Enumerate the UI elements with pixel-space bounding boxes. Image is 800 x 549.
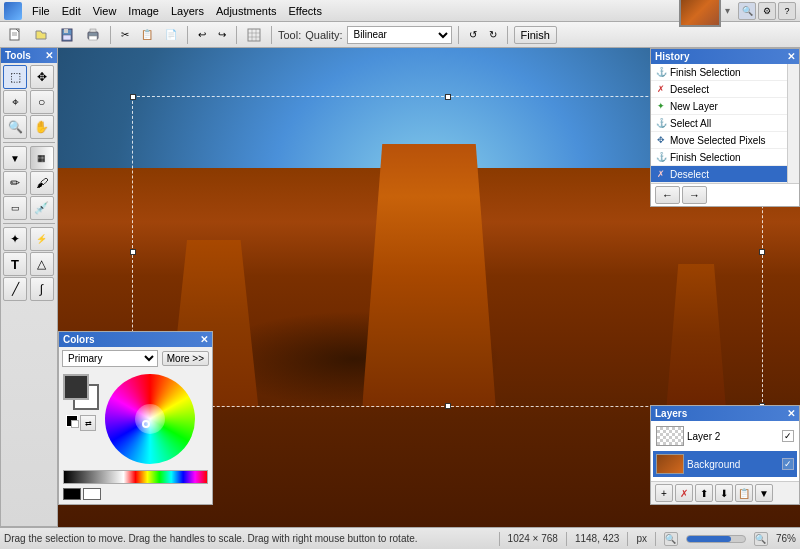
layer-item-0[interactable]: Layer 2 ✓ [653, 423, 797, 449]
tool-clone-stamp[interactable]: ✦ [3, 227, 27, 251]
reset-colors-button[interactable] [66, 415, 78, 427]
toolbar-copy[interactable]: 📋 [137, 27, 157, 42]
toolbar-open[interactable] [30, 26, 52, 44]
layers-delete-button[interactable]: ✗ [675, 484, 693, 502]
tool-gradient[interactable]: ▦ [30, 146, 54, 170]
tools-separator-1 [3, 142, 55, 143]
toolbar-redo[interactable]: ↪ [214, 27, 230, 42]
history-redo-button[interactable]: → [682, 186, 707, 204]
history-item-1[interactable]: ✗ Deselect [651, 81, 787, 98]
toolbar-sep-3 [236, 26, 237, 44]
menu-file[interactable]: File [26, 3, 56, 19]
history-icon-4: ✥ [655, 134, 667, 146]
menu-layers[interactable]: Layers [165, 3, 210, 19]
tool-paint-bucket[interactable]: ▼ [3, 146, 27, 170]
tools-grid: ⬚ ✥ ⌖ ○ 🔍 ✋ ▼ ▦ ✏ 🖌 ▭ 💉 ✦ ⚡ T △ ╱ ∫ [1, 63, 57, 303]
tool-lasso[interactable]: ⌖ [3, 90, 27, 114]
tool-move[interactable]: ✥ [30, 65, 54, 89]
history-undo-button[interactable]: ← [655, 186, 680, 204]
history-item-label-3: Select All [670, 118, 711, 129]
white-swatch[interactable] [83, 488, 101, 500]
history-icon-2: ✦ [655, 100, 667, 112]
window-settings-icon[interactable]: ⚙ [758, 2, 776, 20]
menu-effects[interactable]: Effects [283, 3, 328, 19]
tool-recolor[interactable]: ⚡ [30, 227, 54, 251]
layers-add-button[interactable]: + [655, 484, 673, 502]
toolbar-paste[interactable]: 📄 [161, 27, 181, 42]
svg-rect-9 [248, 29, 260, 41]
menu-image[interactable]: Image [122, 3, 165, 19]
tool-ellipse[interactable]: ○ [30, 90, 54, 114]
history-item-2[interactable]: ✦ New Layer [651, 98, 787, 115]
toolbar-print[interactable] [82, 26, 104, 44]
colors-panel: Colors ✕ Primary Secondary More >> ⇄ [58, 331, 213, 505]
tools-panel-header: Tools ✕ [1, 48, 57, 63]
quality-select[interactable]: Bilinear Nearest Neighbor Bicubic [347, 26, 452, 44]
history-close-button[interactable]: ✕ [787, 51, 795, 62]
layer-visible-1[interactable]: ✓ [782, 458, 794, 470]
foreground-color-swatch[interactable] [63, 374, 89, 400]
tool-rectangle-select[interactable]: ⬚ [3, 65, 27, 89]
color-wheel[interactable] [105, 374, 195, 464]
zoom-in-button[interactable]: 🔍 [754, 532, 768, 546]
history-title: History [655, 51, 689, 62]
layer-visible-0[interactable]: ✓ [782, 430, 794, 442]
toolbar-new[interactable] [4, 26, 26, 44]
history-icon-3: ⚓ [655, 117, 667, 129]
tool-pencil[interactable]: ✏ [3, 171, 27, 195]
layers-merge-button[interactable]: ▼ [755, 484, 773, 502]
toolbar-cut[interactable]: ✂ [117, 27, 133, 42]
menu-adjustments[interactable]: Adjustments [210, 3, 283, 19]
toolbar-undo[interactable]: ↩ [194, 27, 210, 42]
colors-title: Colors [63, 334, 95, 345]
layer-name-1: Background [687, 459, 779, 470]
history-item-3[interactable]: ⚓ Select All [651, 115, 787, 132]
color-spectrum-strip[interactable] [63, 470, 208, 484]
zoom-out-button[interactable]: 🔍 [664, 532, 678, 546]
history-item[interactable]: ⚓ Finish Selection [651, 64, 787, 81]
tool-pan[interactable]: ✋ [30, 115, 54, 139]
window-help-icon[interactable]: ? [778, 2, 796, 20]
toolbar-grid[interactable] [243, 26, 265, 44]
image-center-butte [362, 144, 496, 407]
tool-shapes[interactable]: △ [30, 252, 54, 276]
status-sep-1 [499, 532, 500, 546]
colors-toolbar: Primary Secondary More >> [59, 347, 212, 370]
status-dimensions: 1024 × 768 [508, 533, 558, 544]
menu-view[interactable]: View [87, 3, 123, 19]
swap-colors-button[interactable]: ⇄ [80, 415, 96, 431]
tools-title: Tools [5, 50, 31, 61]
toolbar-finish-button[interactable]: Finish [514, 26, 557, 44]
tool-color-picker[interactable]: 💉 [30, 196, 54, 220]
toolbar-rotate-ccw[interactable]: ↺ [465, 27, 481, 42]
tool-line[interactable]: ╱ [3, 277, 27, 301]
history-item-6[interactable]: ✗ Deselect [651, 166, 787, 183]
tool-eraser[interactable]: ▭ [3, 196, 27, 220]
toolbar-save[interactable] [56, 26, 78, 44]
history-item-4[interactable]: ✥ Move Selected Pixels [651, 132, 787, 149]
tool-curve[interactable]: ∫ [30, 277, 54, 301]
black-swatch[interactable] [63, 488, 81, 500]
tool-zoom[interactable]: 🔍 [3, 115, 27, 139]
zoom-slider[interactable] [686, 535, 746, 543]
layers-move-down-button[interactable]: ⬇ [715, 484, 733, 502]
history-nav: ← → [651, 183, 799, 206]
color-swatches [63, 374, 99, 410]
colors-close-button[interactable]: ✕ [200, 334, 208, 345]
color-more-button[interactable]: More >> [162, 351, 209, 366]
color-mode-select[interactable]: Primary Secondary [62, 350, 158, 367]
layers-duplicate-button[interactable]: 📋 [735, 484, 753, 502]
layers-move-up-button[interactable]: ⬆ [695, 484, 713, 502]
history-item-5[interactable]: ⚓ Finish Selection [651, 149, 787, 166]
layers-close-button[interactable]: ✕ [787, 408, 795, 419]
tool-paintbrush[interactable]: 🖌 [30, 171, 54, 195]
layers-title: Layers [655, 408, 687, 419]
history-scrollbar[interactable] [787, 64, 799, 183]
layers-panel: Layers ✕ Layer 2 ✓ Background ✓ + ✗ ⬆ ⬇ … [650, 405, 800, 505]
window-search-icon[interactable]: 🔍 [738, 2, 756, 20]
layer-item-1[interactable]: Background ✓ [653, 451, 797, 477]
toolbar-rotate-cw[interactable]: ↻ [485, 27, 501, 42]
menu-edit[interactable]: Edit [56, 3, 87, 19]
tool-text[interactable]: T [3, 252, 27, 276]
tools-close-button[interactable]: ✕ [45, 50, 53, 61]
